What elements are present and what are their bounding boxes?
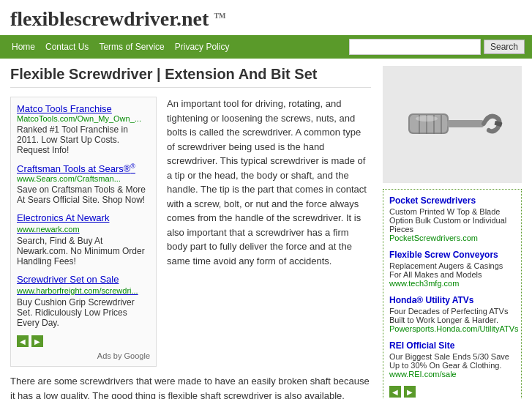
sidebar-ad-0: Pocket Screwdrivers Custom Printed W Top…	[389, 195, 515, 242]
search-button[interactable]: Search	[484, 40, 525, 54]
sidebar-ad-2: Honda® Utility ATVs Four Decades of Perf…	[389, 295, 515, 333]
sidebar-next-btn[interactable]: ▶	[404, 386, 416, 398]
screwdriver-svg	[401, 73, 503, 176]
ad-prev-btn[interactable]: ◀	[17, 335, 29, 347]
article-para-1: There are some screwdrivers that were ma…	[10, 374, 371, 399]
ad-desc-0: Ranked #1 Tool Franchise in 2011. Low St…	[17, 124, 150, 155]
ad-desc-2: Search, Find & Buy At Newark.com. No Min…	[17, 236, 150, 266]
svg-rect-2	[447, 120, 484, 127]
navbar: Home Contact Us Terms of Service Privacy…	[0, 35, 532, 59]
page-title: Flexible Screwdriver | Extension And Bit…	[10, 66, 371, 88]
sidebar-nav-arrows: ◀ ▶	[389, 386, 515, 398]
site-header: flexiblescrewdriver.net TM	[0, 0, 532, 35]
ad-title-1[interactable]: Craftsman Tools at Sears®®	[17, 163, 150, 174]
search-area: Search	[349, 39, 525, 55]
ad-item-1: Craftsman Tools at Sears®® www.Sears.com…	[17, 163, 150, 205]
site-title-text: flexiblescrewdriver.net	[10, 7, 209, 30]
ad-item-2: Electronics At Newark www.newark.com Sea…	[17, 212, 150, 266]
sidebar-ad-desc-3: Our Biggest Sale Ends 5/30 Save Up to 30…	[389, 352, 515, 370]
nav-home[interactable]: Home	[7, 40, 40, 53]
main-content: Flexible Screwdriver | Extension And Bit…	[0, 59, 532, 399]
sidebar-ad-desc-2: Four Decades of Perfecting ATVs Built to…	[389, 307, 515, 324]
svg-point-8	[416, 116, 438, 122]
nav-contact[interactable]: Contact Us	[41, 40, 93, 53]
sidebar-ad-1: Flexible Screw Conveyors Replacement Aug…	[389, 250, 515, 288]
ads-by-label: Ads by Google	[17, 351, 150, 360]
site-title: flexiblescrewdriver.net TM	[10, 7, 522, 31]
ad-desc-3: Buy Cushion Grip Screwdriver Set. Ridicu…	[17, 297, 150, 328]
sidebar-ad-title-1[interactable]: Flexible Screw Conveyors	[389, 250, 515, 260]
ad-desc-1: Save on Craftsman Tools & More At Sears …	[17, 184, 150, 205]
sidebar-ad-3: REI Official Site Our Biggest Sale Ends …	[389, 340, 515, 379]
search-input[interactable]	[349, 39, 481, 55]
ad-url-0: MatcoTools.com/Own_My_Own_...	[17, 114, 150, 123]
ad-title-3[interactable]: Screwdriver Set on Sale www.harborfreigh…	[17, 274, 150, 296]
sidebar: Pocket Screwdrivers Custom Printed W Top…	[383, 66, 522, 399]
article-text-continued: There are some screwdrivers that were ma…	[10, 374, 371, 399]
sidebar-ad-title-3[interactable]: REI Official Site	[389, 340, 515, 351]
sidebar-ad-url-3: www.REI.com/sale	[389, 370, 515, 379]
nav-privacy[interactable]: Privacy Policy	[171, 40, 234, 53]
ad-title-2[interactable]: Electronics At Newark www.newark.com	[17, 212, 150, 234]
trademark: TM	[214, 12, 225, 20]
sidebar-ad-desc-1: Replacement Augers & Casings For All Mak…	[389, 261, 515, 279]
sidebar-ads: Pocket Screwdrivers Custom Printed W Top…	[383, 189, 522, 399]
sidebar-ad-title-0[interactable]: Pocket Screwdrivers	[389, 195, 515, 206]
ad-item-3: Screwdriver Set on Sale www.harborfreigh…	[17, 274, 150, 328]
ad-title-0[interactable]: Matco Tools Franchise	[17, 103, 150, 114]
nav-links: Home Contact Us Terms of Service Privacy…	[7, 40, 233, 53]
sidebar-prev-btn[interactable]: ◀	[389, 386, 401, 398]
nav-tos[interactable]: Terms of Service	[94, 40, 168, 53]
sidebar-ad-url-2: Powersports.Honda.com/UtilityATVs	[389, 324, 515, 333]
ad-item-0: Matco Tools Franchise MatcoTools.com/Own…	[17, 103, 150, 155]
sidebar-ad-desc-0: Custom Printed W Top & Blade Option Bulk…	[389, 207, 515, 234]
ad-nav-arrows: ◀ ▶	[17, 335, 150, 347]
sidebar-ad-url-0: PocketScrewdrivers.com	[389, 234, 515, 242]
sidebar-ad-url-1: www.tech3mfg.com	[389, 279, 515, 288]
content-area: Flexible Screwdriver | Extension And Bit…	[10, 66, 371, 399]
ads-block: Matco Tools Franchise MatcoTools.com/Own…	[10, 97, 157, 367]
ad-next-btn[interactable]: ▶	[31, 335, 43, 347]
ad-url-1: www.Sears.com/Craftsman...	[17, 174, 150, 183]
screwdriver-image	[383, 66, 522, 183]
sidebar-ad-title-2[interactable]: Honda® Utility ATVs	[389, 295, 515, 305]
